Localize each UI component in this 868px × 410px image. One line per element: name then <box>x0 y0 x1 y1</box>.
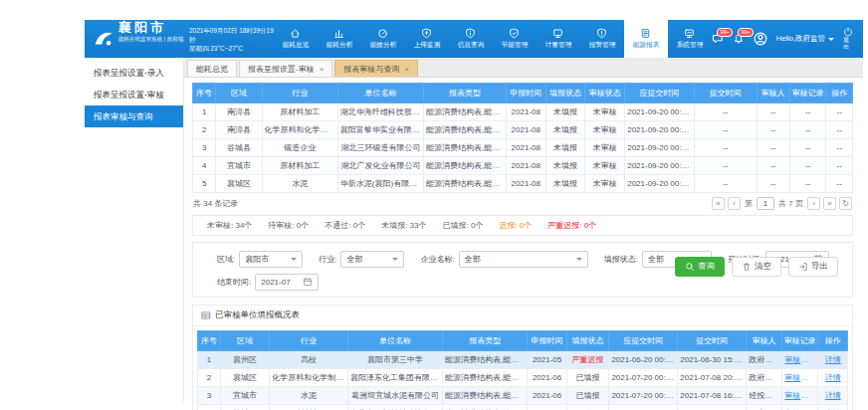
table-cell: 2021-08 <box>506 121 545 139</box>
table-cell: 宜城市 <box>216 157 262 175</box>
pager-page-input[interactable] <box>757 197 774 210</box>
table-cell: -- <box>757 175 789 193</box>
filter-select[interactable]: 全部 <box>459 251 588 268</box>
clear-button[interactable]: 清空 <box>732 257 781 277</box>
table-cell: 襄州区 <box>220 351 269 369</box>
table-row: 3谷城县锻造企业湖北三环锻造有限公司能源消费结构表,能效指标...2021-08… <box>193 139 853 157</box>
column-header: 审核人 <box>757 84 789 103</box>
date-picker[interactable]: 2021-07 <box>255 274 319 291</box>
user-menu[interactable]: Hello,政府监管 <box>776 34 834 44</box>
stat-item: 严重迟报: 0个 <box>547 220 596 231</box>
filter-select[interactable]: 襄阳市 <box>239 251 303 268</box>
table-cell: -- <box>826 121 853 139</box>
table-cell: 南漳县 <box>216 103 262 121</box>
filter-group-企业名称: 企业名称:全部 <box>420 251 587 268</box>
nav-item-3[interactable]: 能效分析 <box>361 20 405 58</box>
nav-item-6[interactable]: 节能管理 <box>493 20 537 58</box>
tab-3[interactable]: 报表审核与查询× <box>334 60 418 77</box>
close-icon[interactable]: × <box>320 65 325 74</box>
table-cell: 2 <box>193 121 216 139</box>
nav-item-label: 计量管理 <box>545 40 572 50</box>
table-link[interactable]: 详情 <box>818 351 848 369</box>
table-cell: -- <box>757 121 789 139</box>
table-cell: 2021-08 <box>506 175 545 193</box>
audited-panel-title: 已审核单位填报概况表 <box>215 309 300 321</box>
table-cell: 2 <box>198 369 221 387</box>
table-cell: 2021-09-20 00:00:00 <box>625 157 695 175</box>
nav-item-9[interactable]: 能源报表 <box>624 20 668 58</box>
logout-button[interactable]: 退出 <box>843 27 853 51</box>
tab-1[interactable]: 能耗总览 <box>187 60 237 77</box>
sidebar-item-3[interactable]: 报表审核与查询 <box>85 105 183 127</box>
column-header: 审核状态 <box>585 84 625 103</box>
table-row: 3宜城市水泥葛洲坝宜城水泥有限公司能源消费结构表,能效指标值...2021-06… <box>198 387 848 405</box>
table-link[interactable]: 审核记录 <box>782 369 818 387</box>
pager-page-total: 共 7 页 <box>777 198 804 209</box>
table-icon <box>201 310 211 320</box>
column-header: 应提交时间 <box>609 331 678 351</box>
table-cell: 政府监管 <box>747 351 782 369</box>
pager-refresh-button[interactable]: ↻ <box>839 197 852 210</box>
sidebar-item-1[interactable]: 报表呈报设置-录入 <box>85 62 183 84</box>
app-subtitle: 能耗在线监管系统 | 政府端 <box>118 35 183 43</box>
table-cell: 经投管理员 <box>747 387 782 405</box>
table-cell: -- <box>789 157 825 175</box>
pager-last-button[interactable]: » <box>823 197 836 210</box>
close-icon[interactable]: × <box>404 65 409 74</box>
table-cell: -- <box>789 121 825 139</box>
caret-down-icon <box>828 38 834 41</box>
alert-button[interactable]: 99+ <box>733 33 745 45</box>
nav-item-8[interactable]: 报警管理 <box>580 20 624 58</box>
table-link[interactable]: 审核记录 <box>782 351 818 369</box>
table-cell: 2021-09-20 00:00:00 <box>625 121 695 139</box>
table-link[interactable]: 详情 <box>818 387 848 405</box>
table-cell: 已填报 <box>566 369 609 387</box>
table-link[interactable]: 详情 <box>818 369 848 387</box>
user-avatar-icon[interactable] <box>754 32 767 46</box>
table-row: 1襄州区高校襄阳市第三中学能源消费结构表,能效指标值...2021-05严重迟报… <box>198 351 848 369</box>
table-cell: -- <box>694 121 757 139</box>
filter-label: 企业名称: <box>420 254 454 265</box>
table-link[interactable]: 审核记录 <box>782 405 818 410</box>
column-header: 填报状态 <box>545 84 585 103</box>
table-cell: -- <box>789 103 825 121</box>
table-cell: 湖北三环锻造有限公司 <box>337 139 423 157</box>
app-window: 襄阳市 能耗在线监管系统 | 政府端 2021年09月02日 18时39分19秒… <box>85 20 863 402</box>
table-cell: 能源消费结构表,能效指标... <box>424 175 507 193</box>
tab-2[interactable]: 报表呈报设置-审核× <box>239 60 332 77</box>
table-cell: 原材料加工 <box>262 103 337 121</box>
query-button[interactable]: 查询 <box>675 257 725 277</box>
table-cell: -- <box>826 175 853 193</box>
audited-panel-header: 已审核单位填报概况表 <box>193 306 852 326</box>
pager-prev-button[interactable]: ‹ <box>728 197 741 210</box>
nav-item-1[interactable]: 能耗总览 <box>274 20 318 58</box>
nav-item-2[interactable]: 能耗分析 <box>318 20 361 58</box>
message-badge: 99+ <box>717 28 732 37</box>
table-cell: 2021-09-20 00:00:00 <box>625 139 695 157</box>
nav-item-10[interactable]: 系统管理 <box>668 20 712 58</box>
pager-next-button[interactable]: › <box>807 197 820 210</box>
nav-item-7[interactable]: 计量管理 <box>537 20 580 58</box>
nav-item-5[interactable]: 信息查询 <box>449 20 493 58</box>
nav-item-4[interactable]: 上传监测 <box>405 20 449 58</box>
column-header: 填报状态 <box>566 331 609 351</box>
top-header: 襄阳市 能耗在线监管系统 | 政府端 2021年09月02日 18时39分19秒… <box>85 20 863 58</box>
table-cell: 原材料加工 <box>262 157 337 175</box>
filter-select[interactable]: 全部 <box>340 251 404 268</box>
table-cell: -- <box>694 175 757 193</box>
table-cell: 未审核 <box>585 157 625 175</box>
message-button[interactable]: 99+ <box>712 33 724 45</box>
table-link[interactable]: 详情 <box>818 405 848 410</box>
table-cell: 谷城县 <box>216 139 262 157</box>
table1-pagination: «‹第共 7 页›»↻ <box>712 197 852 210</box>
chevron-down-icon <box>291 258 297 261</box>
datetime-block: 2021年09月02日 18时39分19秒 星期四 23°C~27°C <box>189 20 274 58</box>
export-button[interactable]: 导出 <box>788 257 838 277</box>
sidebar-item-2[interactable]: 报表呈报设置-审核 <box>85 84 183 105</box>
column-header: 报表类型 <box>424 84 507 103</box>
pager-first-button[interactable]: « <box>712 197 725 210</box>
table-link[interactable]: 审核记录 <box>782 387 818 405</box>
report-audit-table: 序号区域行业单位名称报表类型申报时间填报状态审核状态应提交时间提交时间审核人审核… <box>192 83 853 193</box>
table-cell: 2021-08 <box>506 157 545 175</box>
nav-item-label: 能源报表 <box>633 40 660 50</box>
